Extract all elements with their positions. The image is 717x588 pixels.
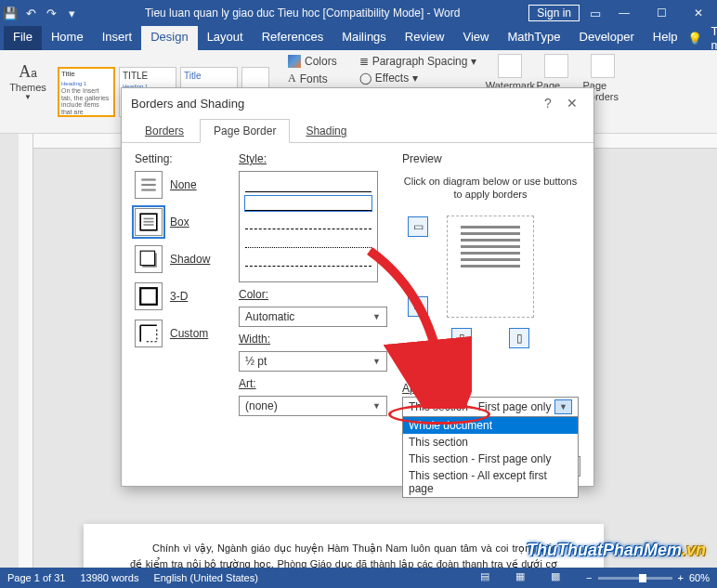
qat: 💾 ↶ ↷ ▾ bbox=[0, 7, 82, 20]
tab-page-border[interactable]: Page Border bbox=[200, 119, 290, 143]
style-label: Style: bbox=[239, 152, 387, 165]
vertical-ruler[interactable] bbox=[19, 134, 33, 568]
maximize-button[interactable]: ☐ bbox=[643, 0, 680, 26]
paragraph-1: Chính vì vậy, Ngành giáo dục huyện Hàm T… bbox=[130, 541, 557, 568]
tab-view[interactable]: View bbox=[453, 26, 498, 50]
ribbon-options-icon[interactable]: ▭ bbox=[585, 7, 606, 20]
apply-option-all-except-first[interactable]: This section - All except first page bbox=[403, 467, 578, 497]
setting-box[interactable]: Box bbox=[135, 208, 224, 236]
setting-3d[interactable]: 3-D bbox=[135, 282, 224, 310]
sign-in-button[interactable]: Sign in bbox=[528, 5, 580, 21]
tab-review[interactable]: Review bbox=[396, 26, 454, 50]
dialog-tabs: Borders Page Border Shading bbox=[122, 118, 593, 143]
tab-borders[interactable]: Borders bbox=[131, 119, 198, 143]
setting-none[interactable]: None bbox=[135, 171, 224, 199]
tab-shading[interactable]: Shading bbox=[292, 119, 360, 143]
color-dropdown[interactable]: Automatic▼ bbox=[239, 307, 387, 327]
tab-references[interactable]: References bbox=[253, 26, 332, 50]
art-dropdown[interactable]: (none)▼ bbox=[239, 396, 387, 416]
svg-rect-4 bbox=[144, 218, 154, 220]
width-dropdown[interactable]: ½ pt▼ bbox=[239, 351, 387, 372]
svg-rect-0 bbox=[141, 178, 155, 180]
tab-design[interactable]: Design bbox=[141, 26, 197, 50]
art-label: Art: bbox=[239, 377, 387, 390]
tab-home[interactable]: Home bbox=[42, 26, 93, 50]
zoom-level[interactable]: 60% bbox=[689, 572, 710, 583]
word-count[interactable]: 13980 words bbox=[80, 572, 138, 583]
tab-mathtype[interactable]: MathType bbox=[498, 26, 569, 50]
style-listbox[interactable] bbox=[239, 171, 378, 282]
dialog-close-button[interactable]: ✕ bbox=[560, 96, 584, 111]
zoom-slider[interactable]: − + 60% bbox=[586, 572, 710, 583]
border-left-button[interactable]: ▯ bbox=[451, 328, 472, 348]
svg-rect-8 bbox=[140, 251, 154, 265]
zoom-out-icon[interactable]: − bbox=[586, 572, 592, 583]
none-icon bbox=[135, 171, 163, 199]
border-bottom-button[interactable]: ▭ bbox=[408, 296, 428, 317]
tab-file[interactable]: File bbox=[4, 26, 42, 50]
color-label: Color: bbox=[239, 288, 387, 301]
preview-page[interactable] bbox=[447, 216, 534, 318]
language-indicator[interactable]: English (United States) bbox=[153, 572, 258, 583]
borders-shading-dialog: Borders and Shading ? ✕ Borders Page Bor… bbox=[121, 87, 594, 487]
tellme-label[interactable]: Tell me bbox=[711, 24, 717, 52]
themes-icon: Aa bbox=[19, 62, 37, 82]
title-bar: 💾 ↶ ↷ ▾ Tieu luan quan ly giao duc Tieu … bbox=[0, 0, 717, 26]
close-button[interactable]: ✕ bbox=[680, 0, 717, 26]
preview-label: Preview bbox=[402, 152, 579, 165]
watermark-icon bbox=[498, 54, 522, 78]
page-content[interactable]: Chính vì vậy, Ngành giáo dục huyện Hàm T… bbox=[84, 524, 604, 568]
window-title: Tieu luan quan ly giao duc Tieu hoc [Com… bbox=[82, 7, 523, 20]
redo-icon[interactable]: ↷ bbox=[41, 7, 61, 20]
effects-button[interactable]: ◯Effects ▾ bbox=[356, 71, 481, 85]
colors-button[interactable]: Colors bbox=[284, 54, 341, 69]
tab-developer[interactable]: Developer bbox=[570, 26, 644, 50]
width-label: Width: bbox=[239, 333, 387, 346]
dialog-title: Borders and Shading bbox=[131, 97, 244, 111]
preview-hint: Click on diagram below or use buttons to… bbox=[402, 175, 579, 202]
setting-shadow[interactable]: Shadow bbox=[135, 245, 224, 273]
tab-layout[interactable]: Layout bbox=[198, 26, 253, 50]
setting-label: Setting: bbox=[135, 152, 224, 165]
paragraph-spacing-button[interactable]: ≣Paragraph Spacing ▾ bbox=[356, 54, 481, 69]
box-icon bbox=[135, 208, 163, 236]
apply-option-whole-document[interactable]: Whole document bbox=[403, 417, 578, 434]
zoom-in-icon[interactable]: + bbox=[678, 572, 684, 583]
effects-icon: ◯ bbox=[359, 72, 372, 85]
tab-mailings[interactable]: Mailings bbox=[332, 26, 396, 50]
svg-rect-6 bbox=[144, 224, 154, 226]
page-borders-icon bbox=[591, 54, 615, 78]
apply-to-label: Apply to: bbox=[402, 382, 579, 395]
custom-icon bbox=[135, 320, 163, 347]
themes-button[interactable]: Aa Themes ▼ bbox=[7, 54, 48, 110]
print-layout-icon[interactable]: ▦ bbox=[515, 570, 536, 585]
minimize-button[interactable]: — bbox=[606, 0, 643, 26]
fonts-icon: A bbox=[288, 72, 296, 85]
read-mode-icon[interactable]: ▤ bbox=[480, 570, 501, 585]
border-top-button[interactable]: ▭ bbox=[408, 216, 428, 237]
web-layout-icon[interactable]: ▩ bbox=[551, 570, 571, 585]
threed-icon bbox=[135, 282, 163, 310]
apply-option-first-page-only[interactable]: This section - First page only bbox=[403, 451, 578, 467]
svg-rect-9 bbox=[140, 288, 157, 305]
setting-custom[interactable]: Custom bbox=[135, 320, 224, 347]
save-icon[interactable]: 💾 bbox=[0, 7, 20, 20]
paragraph-spacing-icon: ≣ bbox=[359, 55, 369, 68]
style-thumb-1[interactable]: TitleHeading 1On the Insert tab, the gal… bbox=[58, 67, 115, 117]
apply-to-dropdown[interactable]: This section - First page only▼ bbox=[402, 397, 579, 417]
border-right-button[interactable]: ▯ bbox=[509, 328, 529, 348]
watermark-button[interactable]: Watermark bbox=[489, 54, 530, 91]
tab-insert[interactable]: Insert bbox=[93, 26, 142, 50]
undo-icon[interactable]: ↶ bbox=[20, 7, 41, 20]
ribbon-tabs: File Home Insert Design Layout Reference… bbox=[0, 26, 717, 50]
tellme-icon[interactable]: 💡 bbox=[687, 32, 702, 46]
apply-option-this-section[interactable]: This section bbox=[403, 434, 578, 451]
qat-dropdown-icon[interactable]: ▾ bbox=[61, 7, 82, 20]
dialog-help-button[interactable]: ? bbox=[536, 96, 560, 111]
fonts-button[interactable]: AFonts bbox=[284, 71, 341, 86]
shadow-icon bbox=[135, 245, 163, 273]
preview-diagram[interactable]: ▭ ▭ bbox=[402, 211, 579, 322]
tab-help[interactable]: Help bbox=[644, 26, 687, 50]
status-bar: Page 1 of 31 13980 words English (United… bbox=[0, 568, 717, 588]
page-indicator[interactable]: Page 1 of 31 bbox=[7, 572, 65, 583]
